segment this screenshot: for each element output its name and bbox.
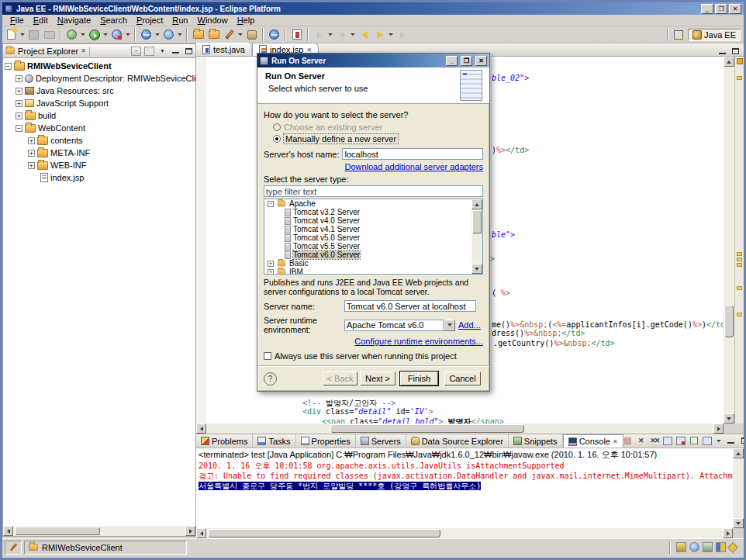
remove-all-launches-button[interactable]: ✕✕ bbox=[650, 436, 659, 445]
tree-item-meta-inf[interactable]: + META-INF bbox=[3, 147, 195, 159]
tray-sync-icon[interactable] bbox=[727, 541, 738, 552]
collapse-expander-icon[interactable]: − bbox=[16, 125, 22, 132]
download-adapters-link[interactable]: Download additional server adapters bbox=[344, 162, 483, 171]
server-name-input[interactable] bbox=[344, 300, 476, 312]
tree-item-webcontent[interactable]: − WebContent bbox=[3, 122, 195, 134]
scrollbar-thumb[interactable] bbox=[15, 527, 100, 535]
display-selected-console-button[interactable] bbox=[703, 436, 712, 445]
maximize-view-button[interactable] bbox=[184, 47, 194, 56]
host-name-input[interactable] bbox=[342, 148, 483, 160]
tray-plugin-icon[interactable] bbox=[716, 542, 726, 552]
tree-item-index-jsp[interactable]: index.jsp bbox=[3, 171, 195, 184]
back-button[interactable] bbox=[357, 28, 371, 42]
tree-item-apache[interactable]: − Apache bbox=[264, 199, 482, 208]
menu-window[interactable]: Window bbox=[192, 16, 232, 25]
tab-tasks[interactable]: Tasks bbox=[253, 434, 295, 448]
expand-expander-icon[interactable]: + bbox=[16, 88, 22, 95]
tree-vscrollbar[interactable] bbox=[471, 199, 482, 274]
add-runtime-link[interactable]: Add... bbox=[458, 320, 481, 330]
expand-expander-icon[interactable]: + bbox=[16, 112, 22, 119]
dialog-maximize-button[interactable]: ❐ bbox=[461, 56, 472, 66]
help-button[interactable]: ? bbox=[264, 372, 277, 385]
terminate-button[interactable] bbox=[623, 436, 633, 445]
tab-problems[interactable]: Problems bbox=[196, 434, 253, 448]
mark-occurrences-dropdown[interactable] bbox=[237, 28, 243, 42]
runtime-combo-input[interactable] bbox=[344, 320, 444, 331]
previous-annotation-dropdown[interactable] bbox=[350, 28, 356, 42]
print-button[interactable] bbox=[42, 28, 57, 42]
menu-search[interactable]: Search bbox=[95, 16, 132, 25]
maximize-console-button[interactable] bbox=[740, 436, 744, 445]
save-button[interactable] bbox=[26, 28, 41, 42]
minimize-console-button[interactable] bbox=[726, 436, 736, 445]
tree-item-project-root[interactable]: − RMIWebSeviceClient bbox=[3, 60, 195, 72]
close-view-icon[interactable]: ✕ bbox=[81, 47, 86, 54]
scroll-left-icon[interactable] bbox=[3, 526, 13, 536]
minimize-view-button[interactable] bbox=[171, 47, 181, 56]
scroll-right-icon[interactable] bbox=[723, 528, 733, 538]
clear-console-button[interactable] bbox=[663, 436, 672, 445]
window-close-button[interactable]: ✕ bbox=[729, 4, 741, 14]
tree-item-javascript-support[interactable]: + JavaScript Support bbox=[3, 97, 195, 109]
last-edit-button[interactable] bbox=[395, 28, 409, 42]
expand-expander-icon[interactable]: + bbox=[28, 137, 35, 144]
runtime-combo[interactable] bbox=[344, 320, 455, 331]
new-web-wizard-button[interactable] bbox=[139, 28, 154, 42]
tree-item-tomcat-41[interactable]: Tomcat v4.1 Server bbox=[264, 225, 482, 233]
scroll-right-icon[interactable] bbox=[185, 526, 195, 536]
collapse-expander-icon[interactable]: − bbox=[5, 63, 12, 70]
new-wizard-button[interactable] bbox=[4, 28, 19, 42]
export-button[interactable] bbox=[206, 28, 221, 42]
console-vscrollbar[interactable] bbox=[733, 448, 744, 528]
new-wizard-dropdown[interactable] bbox=[19, 28, 26, 42]
tray-notification-icon[interactable] bbox=[676, 542, 686, 552]
project-explorer-tab[interactable]: Project Explorer ✕ bbox=[5, 47, 90, 56]
forward-button[interactable] bbox=[372, 28, 387, 42]
scroll-left-icon[interactable] bbox=[196, 528, 206, 538]
annotation-marker[interactable] bbox=[737, 76, 742, 80]
expand-expander-icon[interactable]: + bbox=[28, 162, 35, 169]
scroll-up-icon[interactable] bbox=[471, 199, 482, 209]
new-web-wizard-dropdown[interactable] bbox=[154, 28, 161, 42]
link-with-editor-button[interactable] bbox=[144, 47, 154, 56]
run-dropdown[interactable] bbox=[102, 28, 109, 42]
dialog-close-button[interactable]: ✕ bbox=[475, 56, 487, 66]
editor-vscrollbar[interactable] bbox=[724, 57, 734, 423]
next-button[interactable]: Next > bbox=[360, 372, 395, 385]
checkbox-icon[interactable] bbox=[264, 352, 271, 360]
tab-properties[interactable]: Properties bbox=[296, 434, 356, 448]
collapse-all-button[interactable]: − bbox=[131, 47, 141, 56]
tree-item-ibm[interactable]: + IBM bbox=[264, 268, 482, 275]
expand-expander-icon[interactable]: + bbox=[268, 269, 274, 275]
java-element-button[interactable] bbox=[289, 28, 304, 42]
perspective-java-ee-button[interactable]: Java EE bbox=[688, 29, 741, 41]
expand-expander-icon[interactable]: + bbox=[28, 150, 35, 157]
window-titlebar[interactable]: Java EE - RMIWebSeviceClient/WebContent/… bbox=[2, 2, 744, 15]
menu-run[interactable]: Run bbox=[168, 16, 192, 25]
web-service-dropdown[interactable] bbox=[177, 28, 183, 42]
tab-data-source-explorer[interactable]: Data Source Explorer bbox=[406, 434, 509, 448]
overview-ruler[interactable] bbox=[734, 57, 744, 423]
open-console-dropdown[interactable] bbox=[716, 434, 722, 448]
tree-item-web-inf[interactable]: + WEB-INF bbox=[3, 159, 195, 171]
annotation-marker[interactable] bbox=[737, 286, 742, 290]
annotation-marker[interactable] bbox=[737, 258, 742, 261]
finish-button[interactable]: Finish bbox=[400, 372, 438, 385]
forward-dropdown[interactable] bbox=[388, 28, 394, 42]
annotation-marker[interactable] bbox=[737, 313, 742, 316]
scroll-down-icon[interactable] bbox=[733, 518, 744, 528]
external-tools-dropdown[interactable] bbox=[125, 28, 131, 42]
expand-expander-icon[interactable]: + bbox=[268, 261, 274, 267]
combo-dropdown-icon[interactable] bbox=[444, 320, 455, 331]
radio-checked-icon[interactable] bbox=[273, 135, 281, 143]
minimize-editor-button[interactable] bbox=[717, 47, 727, 56]
tree-item-tomcat-32[interactable]: Tomcat v3.2 Server bbox=[264, 208, 482, 216]
debug-button[interactable] bbox=[64, 28, 79, 42]
tree-item-contents[interactable]: + contents bbox=[3, 134, 195, 147]
scrollbar-thumb[interactable] bbox=[330, 424, 524, 433]
import-button[interactable] bbox=[191, 28, 205, 42]
open-perspective-button[interactable] bbox=[671, 28, 686, 42]
menu-edit[interactable]: Edit bbox=[29, 16, 53, 25]
radio-icon[interactable] bbox=[273, 123, 281, 131]
annotation-marker[interactable] bbox=[737, 252, 742, 256]
